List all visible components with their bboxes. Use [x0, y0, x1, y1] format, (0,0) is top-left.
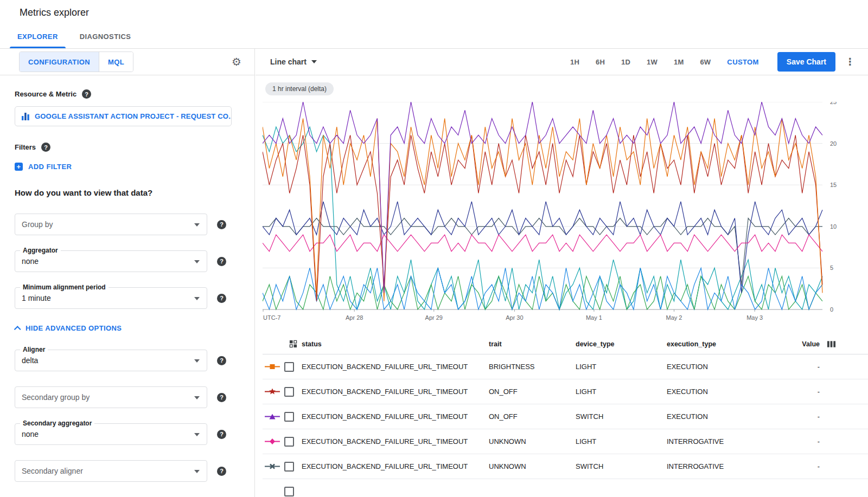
min-alignment-help-icon[interactable]: [217, 294, 226, 303]
resource-metric-help-icon[interactable]: [82, 89, 91, 99]
chevron-up-icon: [14, 326, 21, 333]
interval-chip[interactable]: 1 hr interval (delta): [265, 82, 334, 95]
secondary-aggregator-row: Secondary aggregator none: [15, 423, 238, 445]
svg-text:10: 10: [830, 223, 837, 230]
column-status[interactable]: status: [302, 340, 489, 348]
column-device-type[interactable]: device_type: [576, 340, 667, 348]
range-6w-button[interactable]: 6W: [700, 58, 711, 66]
svg-text:UTC-7: UTC-7: [263, 314, 280, 321]
group-by-row: Group by: [15, 214, 238, 235]
page-header: Metrics explorer: [0, 0, 868, 25]
filters-label: Filters: [15, 143, 36, 151]
tab-explorer[interactable]: EXPLORER: [7, 25, 69, 48]
column-selector-icon[interactable]: [827, 340, 836, 348]
tab-diagnostics[interactable]: DIAGNOSTICS: [69, 25, 142, 48]
secondary-aggregator-help-icon[interactable]: [217, 430, 226, 439]
min-alignment-select[interactable]: Minimum alignment period 1 minute: [15, 287, 207, 309]
svg-text:25: 25: [830, 102, 837, 105]
row-checkbox[interactable]: [284, 487, 294, 496]
cell-device-type: LIGHT: [576, 388, 667, 396]
cell-device-type: LIGHT: [576, 363, 667, 371]
row-checkbox[interactable]: [284, 437, 294, 447]
table-row-partial[interactable]: [263, 479, 868, 497]
aggregator-label: Aggregator: [20, 247, 61, 254]
range-1h-button[interactable]: 1H: [570, 58, 579, 66]
chart-type-select[interactable]: Line chart: [270, 57, 317, 66]
chevron-down-icon: [194, 470, 200, 473]
filters-section: Filters: [15, 143, 238, 152]
column-value[interactable]: Value: [787, 340, 820, 348]
secondary-group-by-select[interactable]: Secondary group by: [15, 386, 207, 408]
range-1d-button[interactable]: 1D: [621, 58, 630, 66]
aggregator-select[interactable]: Aggregator none: [15, 250, 207, 272]
row-checkbox[interactable]: [284, 362, 294, 372]
series-table: status trait device_type execution_type …: [256, 334, 868, 497]
config-body: Resource & Metric GOOGLE ASSISTANT ACTIO…: [0, 75, 254, 482]
cell-trait: BRIGHTNESS: [489, 363, 576, 371]
cell-trait: UNKNOWN: [489, 437, 576, 446]
series-table-body: EXECUTION_BACKEND_FAILURE_URL_TIMEOUTBRI…: [263, 354, 868, 497]
group-by-select[interactable]: Group by: [15, 214, 207, 235]
cell-status: EXECUTION_BACKEND_FAILURE_URL_TIMEOUT: [302, 388, 489, 396]
table-row[interactable]: EXECUTION_BACKEND_FAILURE_URL_TIMEOUTBRI…: [263, 354, 868, 379]
secondary-aggregator-label: Secondary aggregator: [20, 419, 94, 427]
secondary-group-by-help-icon[interactable]: [217, 393, 226, 402]
metric-selector-label: GOOGLE ASSISTANT ACTION PROJECT - REQUES…: [35, 112, 232, 120]
metrics-explorer-app: Metrics explorer EXPLORER DIAGNOSTICS CO…: [0, 0, 868, 497]
settings-gear-icon[interactable]: [232, 56, 241, 67]
line-chart: 0510152025UTC-7Apr 28Apr 29Apr 30May 1Ma…: [263, 102, 847, 323]
cell-value: -: [787, 412, 820, 421]
bar-chart-icon: [22, 113, 29, 120]
secondary-aligner-help-icon[interactable]: [217, 467, 226, 476]
aligner-value: delta: [22, 356, 38, 365]
range-6h-button[interactable]: 6H: [596, 58, 605, 66]
page-title: Metrics explorer: [20, 7, 89, 18]
more-options-icon[interactable]: [840, 56, 860, 68]
cell-status: EXECUTION_BACKEND_FAILURE_URL_TIMEOUT: [302, 363, 489, 371]
toolbar-right: 1H6H1D1W1M6W CUSTOM Save Chart: [570, 52, 860, 72]
row-checkbox[interactable]: [284, 412, 294, 422]
row-checkbox[interactable]: [284, 462, 294, 472]
cell-value: -: [787, 437, 820, 446]
column-trait[interactable]: trait: [489, 340, 576, 348]
mql-mode-button[interactable]: MQL: [99, 52, 133, 72]
range-1m-button[interactable]: 1M: [674, 58, 684, 66]
add-filter-button[interactable]: ADD FILTER: [15, 163, 238, 171]
view-question-heading: How do you want to view that data?: [15, 188, 238, 197]
column-execution-type[interactable]: execution_type: [667, 340, 787, 348]
table-row[interactable]: EXECUTION_BACKEND_FAILURE_URL_TIMEOUTON_…: [263, 404, 868, 429]
svg-text:15: 15: [830, 182, 837, 188]
svg-text:May 2: May 2: [666, 314, 682, 321]
cell-execution-type: INTERROGATIVE: [667, 437, 787, 446]
range-1w-button[interactable]: 1W: [647, 58, 658, 66]
row-checkbox[interactable]: [284, 387, 294, 397]
chevron-down-icon: [194, 359, 200, 363]
range-custom-button[interactable]: CUSTOM: [727, 58, 759, 66]
cell-execution-type: EXECUTION: [667, 363, 787, 371]
table-row[interactable]: EXECUTION_BACKEND_FAILURE_URL_TIMEOUTUNK…: [263, 454, 868, 479]
metric-selector-button[interactable]: GOOGLE ASSISTANT ACTION PROJECT - REQUES…: [15, 106, 232, 126]
filters-help-icon[interactable]: [41, 143, 50, 152]
min-alignment-label: Minimum alignment period: [20, 283, 108, 291]
aggregator-help-icon[interactable]: [217, 257, 226, 266]
svg-text:20: 20: [830, 140, 837, 147]
table-row[interactable]: EXECUTION_BACKEND_FAILURE_URL_TIMEOUTON_…: [263, 379, 868, 404]
cell-trait: ON_OFF: [489, 388, 576, 396]
cell-status: EXECUTION_BACKEND_FAILURE_URL_TIMEOUT: [302, 437, 489, 446]
secondary-aligner-select[interactable]: Secondary aligner: [15, 460, 207, 482]
secondary-aggregator-select[interactable]: Secondary aggregator none: [15, 423, 207, 445]
aligner-select[interactable]: Aligner delta: [15, 350, 207, 371]
table-row[interactable]: EXECUTION_BACKEND_FAILURE_URL_TIMEOUTUNK…: [263, 429, 868, 454]
tab-bar: EXPLORER DIAGNOSTICS: [0, 25, 868, 49]
configuration-mode-button[interactable]: CONFIGURATION: [20, 52, 99, 72]
hide-advanced-options-toggle[interactable]: HIDE ADVANCED OPTIONS: [15, 324, 238, 332]
save-chart-button[interactable]: Save Chart: [777, 52, 835, 72]
legend-toggle-icon[interactable]: [289, 340, 297, 348]
group-by-help-icon[interactable]: [217, 220, 226, 229]
chip-row: 1 hr interval (delta): [256, 75, 868, 95]
cell-status: EXECUTION_BACKEND_FAILURE_URL_TIMEOUT: [302, 462, 489, 470]
chart-type-label: Line chart: [270, 57, 307, 66]
aligner-row: Aligner delta: [15, 350, 238, 371]
aligner-help-icon[interactable]: [217, 356, 226, 365]
config-toolbar: CONFIGURATION MQL: [0, 49, 254, 75]
